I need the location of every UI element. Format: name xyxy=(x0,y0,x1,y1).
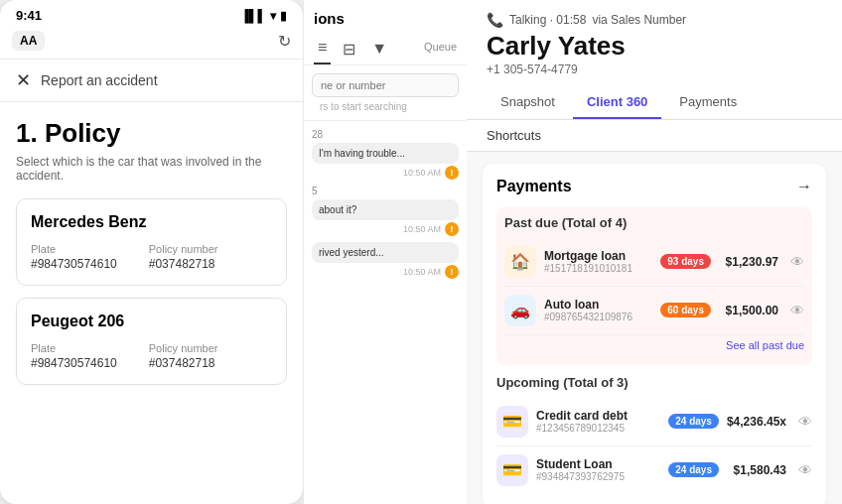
car1-plate-value: #984730574610 xyxy=(31,257,117,271)
calling-text: Talking · 01:58 xyxy=(509,13,586,27)
via-text: via Sales Number xyxy=(592,13,686,27)
crm-shortcuts: Shortcuts xyxy=(467,120,842,152)
mortgage-info: Mortgage loan #151718191010181 xyxy=(544,249,652,274)
shortcuts-label: Shortcuts xyxy=(487,128,541,143)
mortgage-eye-icon[interactable]: 👁 xyxy=(790,254,804,270)
crm-header: 📞 Talking · 01:58 via Sales Number Carly… xyxy=(467,0,842,120)
mortgage-number: #151718191010181 xyxy=(544,263,652,274)
credit-eye-icon[interactable]: 👁 xyxy=(798,414,812,430)
car-card-1[interactable]: Mercedes Benz Plate #984730574610 Policy… xyxy=(16,198,287,286)
phone-icon: 📞 xyxy=(487,12,503,28)
car2-plate-label: Plate xyxy=(31,342,117,354)
chat-alert-badge-3: ! xyxy=(445,265,459,279)
payment-row-credit: 💳 Credit card debt #123456789012345 24 d… xyxy=(496,398,812,446)
chat-panel: ions ≡ ⊟ ▼ Queue rs to start searching 2… xyxy=(303,0,467,504)
auto-days-badge: 60 days xyxy=(660,303,711,317)
auto-icon-wrap: 🚗 xyxy=(504,295,536,326)
credit-amount: $4,236.45x xyxy=(727,415,786,429)
car-name-2: Peugeot 206 xyxy=(31,313,272,330)
status-time: 9:41 xyxy=(16,8,42,23)
student-icon-wrap: 💳 xyxy=(496,454,528,486)
chat-msg-row-1[interactable]: 28 I'm having trouble... 10:50 AM ! xyxy=(312,129,459,180)
chat-search-hint: rs to start searching xyxy=(312,97,459,112)
car2-policy-group: Policy number #037482718 xyxy=(149,342,218,370)
tab-snapshot[interactable]: Snapshot xyxy=(487,86,569,119)
chat-alert-badge-2: ! xyxy=(445,222,459,236)
home-icon: 🏠 xyxy=(510,252,530,271)
auto-name: Auto loan xyxy=(544,298,652,312)
student-eye-icon[interactable]: 👁 xyxy=(798,462,812,478)
chat-search-input[interactable] xyxy=(312,73,459,97)
chat-msg-row-3[interactable]: rived yesterd... 10:50 AM ! xyxy=(312,242,459,279)
chat-msg-row-2[interactable]: 5 about it? 10:50 AM ! xyxy=(312,186,459,236)
payments-card-title: Payments xyxy=(496,178,572,195)
car2-plate-group: Plate #984730574610 xyxy=(31,342,117,370)
chat-tab-layout-icon[interactable]: ⊟ xyxy=(339,36,359,64)
crm-client-phone: +1 305-574-4779 xyxy=(487,63,822,76)
battery-icon: ▮ xyxy=(280,9,287,23)
payments-arrow-icon[interactable]: → xyxy=(796,178,812,195)
tab-client360[interactable]: Client 360 xyxy=(573,86,661,119)
chat-tabs: ≡ ⊟ ▼ Queue xyxy=(314,35,457,64)
report-header: ✕ Report an accident xyxy=(0,60,303,102)
car2-policy-value: #037482718 xyxy=(149,356,218,370)
chat-header-title: ions xyxy=(314,10,457,27)
refresh-icon[interactable]: ↻ xyxy=(278,32,291,51)
student-amount: $1,580.43 xyxy=(727,463,786,477)
auto-eye-icon[interactable]: 👁 xyxy=(790,303,804,318)
auto-number: #098765432109876 xyxy=(544,312,652,322)
student-days-badge: 24 days xyxy=(668,462,719,477)
chat-messages-list: 28 I'm having trouble... 10:50 AM ! 5 ab… xyxy=(304,121,467,504)
student-number: #934847393762975 xyxy=(536,471,660,482)
chat-msg-meta-2: 10:50 AM ! xyxy=(312,222,459,236)
mortgage-name: Mortgage loan xyxy=(544,249,652,263)
auto-amount: $1,500.00 xyxy=(719,304,778,317)
report-title: Report an accident xyxy=(41,72,158,88)
chat-msg-id-1: 28 xyxy=(312,129,459,140)
status-bar: 9:41 ▐▌▌ ▾ ▮ xyxy=(0,0,303,27)
credit-number: #123456789012345 xyxy=(536,423,660,434)
payments-card: Payments → Past due (Total of 4) 🏠 Mortg… xyxy=(483,164,826,504)
auto-info: Auto loan #098765432109876 xyxy=(544,298,652,322)
font-size-badge[interactable]: AA xyxy=(12,31,45,51)
chat-alert-badge-1: ! xyxy=(445,166,459,180)
wifi-icon: ▾ xyxy=(270,9,276,23)
signal-icon: ▐▌▌ xyxy=(240,9,266,23)
mobile-panel: 9:41 ▐▌▌ ▾ ▮ AA ↻ ✕ Report an accident 1… xyxy=(0,0,303,504)
mobile-toolbar: AA ↻ xyxy=(0,27,303,60)
chat-msg-bubble-1: I'm having trouble... xyxy=(312,143,459,164)
past-due-section: Past due (Total of 4) 🏠 Mortgage loan #1… xyxy=(496,207,812,365)
tab-payments[interactable]: Payments xyxy=(665,86,751,119)
chat-msg-time-2: 10:50 AM xyxy=(403,224,441,234)
payment-row-mortgage: 🏠 Mortgage loan #151718191010181 93 days… xyxy=(504,238,804,287)
chat-msg-meta-1: 10:50 AM ! xyxy=(312,166,459,180)
car-details-1: Plate #984730574610 Policy number #03748… xyxy=(31,243,272,271)
chat-msg-meta-3: 10:50 AM ! xyxy=(312,265,459,279)
mortgage-icon-wrap: 🏠 xyxy=(504,246,536,278)
car1-plate-group: Plate #984730574610 xyxy=(31,243,117,271)
student-name: Student Loan xyxy=(536,457,660,471)
credit-info: Credit card debt #123456789012345 xyxy=(536,409,660,434)
car1-policy-value: #037482718 xyxy=(149,257,218,271)
car-card-2[interactable]: Peugeot 206 Plate #984730574610 Policy n… xyxy=(16,298,287,385)
policy-subtext: Select which is the car that was involve… xyxy=(16,155,287,183)
crm-tabs: Snapshot Client 360 Payments xyxy=(487,86,822,119)
credit-days-badge: 24 days xyxy=(668,414,719,429)
close-button[interactable]: ✕ xyxy=(16,69,31,91)
mobile-content: 1. Policy Select which is the car that w… xyxy=(0,102,303,504)
crm-client-name: Carly Yates xyxy=(487,32,822,61)
car2-policy-label: Policy number xyxy=(149,342,218,354)
chat-tab-filter-icon[interactable]: ▼ xyxy=(367,36,391,63)
policy-heading: 1. Policy xyxy=(16,118,287,149)
chat-msg-bubble-2: about it? xyxy=(312,199,459,220)
student-loan-icon: 💳 xyxy=(502,460,522,479)
student-info: Student Loan #934847393762975 xyxy=(536,457,660,482)
payment-row-auto: 🚗 Auto loan #098765432109876 60 days $1,… xyxy=(504,287,804,335)
chat-tab-list-icon[interactable]: ≡ xyxy=(314,35,331,64)
car-details-2: Plate #984730574610 Policy number #03748… xyxy=(31,342,272,370)
see-all-past-due[interactable]: See all past due xyxy=(504,335,804,357)
car-name-1: Mercedes Benz xyxy=(31,213,272,231)
crm-content: Payments → Past due (Total of 4) 🏠 Mortg… xyxy=(467,152,842,504)
credit-icon-wrap: 💳 xyxy=(496,406,528,438)
car2-plate-value: #984730574610 xyxy=(31,356,117,370)
